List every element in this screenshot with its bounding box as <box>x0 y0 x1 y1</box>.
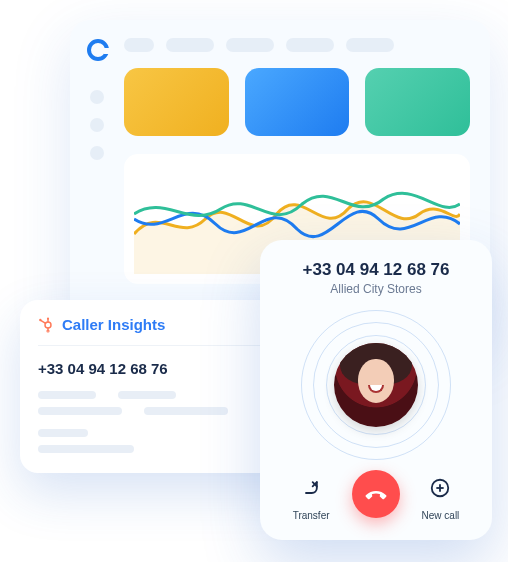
stat-card[interactable] <box>245 68 350 136</box>
nav-dot[interactable] <box>90 90 104 104</box>
call-actions: Transfer New call <box>276 470 476 521</box>
dashboard-stat-cards <box>124 68 470 136</box>
stat-card[interactable] <box>365 68 470 136</box>
hubspot-sprocket-icon <box>38 317 54 333</box>
ringover-logo-icon <box>86 38 110 62</box>
caller-avatar <box>334 343 418 427</box>
caller-avatar-wrap <box>301 310 451 460</box>
call-company-name: Allied City Stores <box>330 282 421 296</box>
stat-card[interactable] <box>124 68 229 136</box>
svg-line-7 <box>41 320 46 323</box>
insights-phone-number: +33 04 94 12 68 76 <box>38 360 168 377</box>
transfer-label: Transfer <box>293 510 330 521</box>
hangup-icon <box>363 481 389 507</box>
new-call-label: New call <box>422 510 460 521</box>
transfer-icon <box>301 478 321 498</box>
nav-dot[interactable] <box>90 118 104 132</box>
dashboard-nav <box>90 90 104 160</box>
call-phone-number: +33 04 94 12 68 76 <box>303 260 450 280</box>
nav-dot[interactable] <box>90 146 104 160</box>
hangup-button[interactable] <box>352 470 400 518</box>
transfer-button[interactable] <box>293 470 329 506</box>
new-call-button[interactable] <box>422 470 458 506</box>
svg-point-4 <box>47 317 49 319</box>
svg-point-8 <box>39 318 41 320</box>
active-call-card: +33 04 94 12 68 76 Allied City Stores Tr… <box>260 240 492 540</box>
dashboard-header-skeleton <box>124 38 470 52</box>
svg-rect-1 <box>104 48 110 54</box>
plus-circle-icon <box>429 477 451 499</box>
